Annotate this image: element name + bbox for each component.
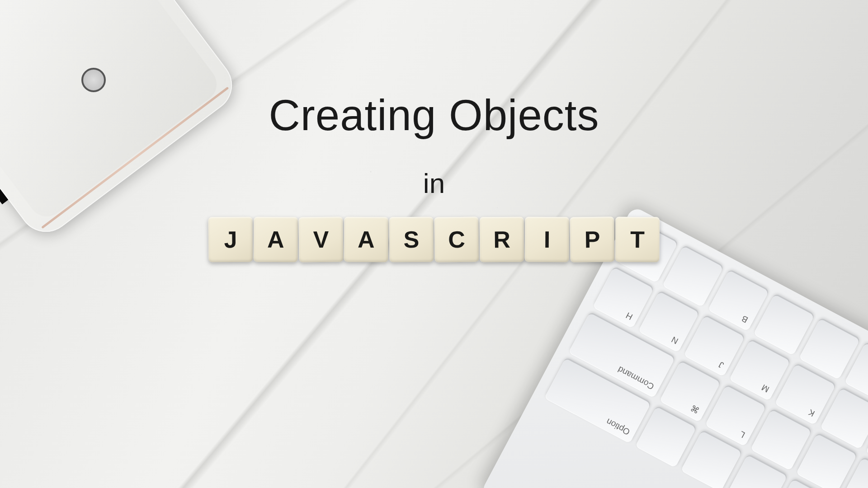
letter-tile: P <box>570 216 614 262</box>
letter-tile: V <box>298 216 343 262</box>
letter-tile: R <box>480 217 524 263</box>
scrabble-tile-row: J A V A S C R I P T <box>208 217 660 262</box>
marble-desk-scene: Creating Objects in J A V A S C R I P T … <box>0 0 868 488</box>
letter-tile: A <box>254 217 298 263</box>
letter-tile: C <box>434 216 479 262</box>
letter-tile: S <box>389 217 434 263</box>
title-line-2: in <box>0 167 868 199</box>
tablet-home-button-icon <box>81 68 106 92</box>
letter-tile: I <box>525 217 570 263</box>
letter-tile: J <box>208 217 253 263</box>
letter-tile: T <box>615 217 660 263</box>
letter-tile: A <box>344 217 389 263</box>
title-block: Creating Objects in <box>0 90 868 199</box>
title-line-1: Creating Objects <box>0 90 868 140</box>
